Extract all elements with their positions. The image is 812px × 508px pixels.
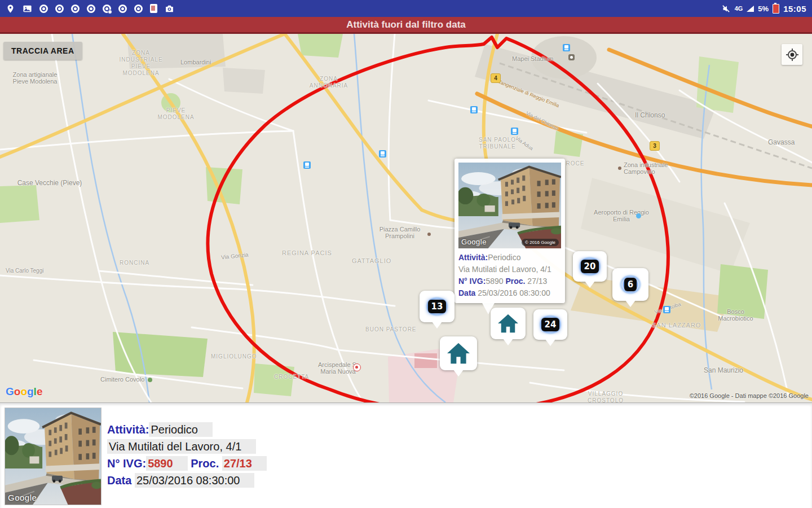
poi-dot-prampolini	[427, 233, 431, 236]
marker-glow: 13	[422, 294, 452, 319]
map-marker-24[interactable]: 24	[533, 309, 567, 340]
map-label-bosco: Bosco Macrobiotico	[712, 308, 760, 322]
info-address-row: Via Mutilati del Lavoro, 4/1	[458, 264, 561, 275]
streetview-image	[458, 163, 561, 248]
map-marker-house[interactable]	[491, 308, 526, 339]
transit-stop-icon	[511, 128, 518, 135]
map-label-zona-annonaria: ZONA ANNONARIA	[309, 76, 348, 89]
house-icon	[446, 342, 471, 365]
map-info-window[interactable]: Google © 2016 Google Attività:Periodico …	[454, 159, 565, 303]
map-label-gavassa: Gavassa	[768, 139, 795, 146]
mute-icon	[721, 4, 731, 14]
detail-thumbnail[interactable]: Google	[5, 408, 102, 505]
notification-circle-badge-icon	[103, 5, 111, 13]
notification-circle-icon	[55, 5, 64, 13]
streetview-photo: Google © 2016 Google	[458, 163, 561, 248]
address-value: Via Mutilati del Lavoro, 4/1	[107, 439, 256, 454]
status-bar-notification-icons	[6, 4, 174, 14]
map-label-villaggio: VILLAGGIO CROSTOLO	[583, 391, 628, 402]
map-label-campovolo: Zona industriale Campovolo	[624, 161, 686, 175]
location-pin-icon	[6, 4, 15, 14]
clock: 15:05	[783, 4, 806, 14]
trace-area-button[interactable]: TRACCIA AREA	[3, 42, 82, 60]
logo-letter: g	[27, 386, 34, 397]
map-label-lombardini: Lombardini	[180, 59, 211, 65]
route-shield: 4	[491, 73, 501, 83]
detail-panel[interactable]: Google Attività:Periodico Via Mutilati d…	[0, 402, 812, 508]
map-canvas[interactable]	[0, 34, 812, 402]
date-value: 25/03/2016 08:30:00	[478, 288, 550, 297]
proc-label: Proc.	[505, 277, 525, 286]
map-marker-6[interactable]: 6	[612, 268, 648, 301]
info-activity-row: Attività:Periodico	[458, 252, 561, 264]
google-watermark: Google	[8, 493, 37, 502]
title-bar: Attività fuori dal filtro data	[0, 17, 812, 34]
transit-stop-icon	[663, 306, 670, 313]
camera-icon	[165, 4, 174, 14]
map-label-prampolini: Piazza Camillo Prampolini	[374, 226, 425, 239]
map-label-mapei-stadium: Mapei Stadium	[512, 55, 553, 62]
ivg-label: N° IVG:	[107, 457, 146, 470]
detail-activity-row: Attività:Periodico	[107, 421, 267, 438]
map-label-il-chionso: Il Chionso	[635, 112, 665, 119]
proc-value: 27/13	[527, 277, 547, 286]
map-label-roncina: RONCINA	[120, 260, 149, 266]
marker-glow: 6	[616, 271, 645, 297]
map-label-san-maurizio: San Maurizio	[704, 367, 743, 374]
map-label-zona-artigianale: Zona artigianale Pieve Modolena	[7, 71, 63, 85]
transit-stop-icon	[379, 150, 386, 157]
signal-strength-icon	[747, 6, 754, 12]
notification-circle-icon	[134, 5, 143, 13]
activity-label: Attività:	[107, 423, 149, 436]
activity-value: Periodico	[488, 253, 520, 262]
map-copyright: ©2016 Google - Dati mappe ©2016 Google	[690, 392, 809, 399]
ivg-label: N° IVG:	[458, 277, 486, 286]
date-label: Data	[458, 288, 475, 297]
marker-number: 20	[581, 260, 599, 273]
page-title: Attività fuori dal filtro data	[346, 19, 466, 30]
map-label-cimitero: Cimitero Covolo	[100, 376, 144, 383]
map-label-zona-industriale-pieve: ZONA INDUSTRIALE PIEVE MODOLENA	[116, 50, 166, 77]
network-type-indicator: 4G	[735, 6, 743, 11]
map-marker-13[interactable]: 13	[420, 291, 454, 322]
my-location-button[interactable]	[782, 44, 802, 65]
map-container[interactable]: Zona artigianale Pieve Modolena Lombardi…	[0, 34, 812, 402]
battery-percent: 5%	[758, 5, 769, 13]
marker-number: 24	[541, 318, 560, 331]
my-location-icon	[785, 48, 799, 62]
map-label-via-carlo-teggi: Via Carlo Teggi	[6, 268, 43, 274]
hospital-dot-center	[355, 366, 358, 369]
ivg-value: 5890	[486, 277, 503, 286]
transit-stop-icon	[470, 106, 478, 113]
notification-circle-icon	[87, 5, 95, 13]
streetview-thumbnail-image	[5, 408, 101, 505]
info-date-row: Data 25/03/2016 08:30:00	[458, 287, 561, 299]
map-label-regina-pacis: REGINA PACIS	[282, 249, 332, 256]
notification-circle-icon	[39, 5, 48, 13]
ivg-value: 5890	[146, 456, 188, 471]
cemetery-tree-icon	[148, 378, 152, 382]
info-ivg-row: N° IVG:5890 Proc. 27/13	[458, 275, 561, 287]
trace-area-label: TRACCIA AREA	[11, 46, 74, 55]
date-value: 25/03/2016 08:30:00	[135, 473, 255, 488]
notification-circle-icon	[71, 5, 80, 13]
detail-ivg-row: N° IVG:5890 Proc. 27/13	[107, 455, 267, 472]
detail-date-row: Data 25/03/2016 08:30:00	[107, 472, 267, 489]
map-marker-20[interactable]: 20	[573, 251, 607, 282]
logo-letter: G	[6, 386, 14, 397]
proc-label: Proc.	[191, 457, 219, 470]
stadium-icon	[568, 54, 575, 60]
map-label-case-vecchie: Case Vecchie (Pieve)	[16, 179, 83, 186]
google-maps-logo[interactable]: Google	[6, 386, 42, 398]
date-label: Data	[107, 474, 131, 487]
gallery-icon	[23, 4, 32, 14]
map-label-san-paolo: SAN PAOLO TRIBUNALE	[475, 137, 520, 150]
marker-glow: 20	[575, 253, 604, 279]
marker-number: 13	[428, 300, 447, 313]
map-label-buon-pastore: BUON PASTORE	[365, 326, 417, 333]
document-notification-icon	[150, 4, 157, 13]
map-label-migliolungo: MIGLIOLUNGO	[211, 353, 257, 360]
marker-glow: 24	[536, 312, 565, 338]
map-label-aeroporto: Aeroporto di Reggio Emilia	[593, 209, 650, 222]
map-marker-house[interactable]	[440, 336, 477, 370]
